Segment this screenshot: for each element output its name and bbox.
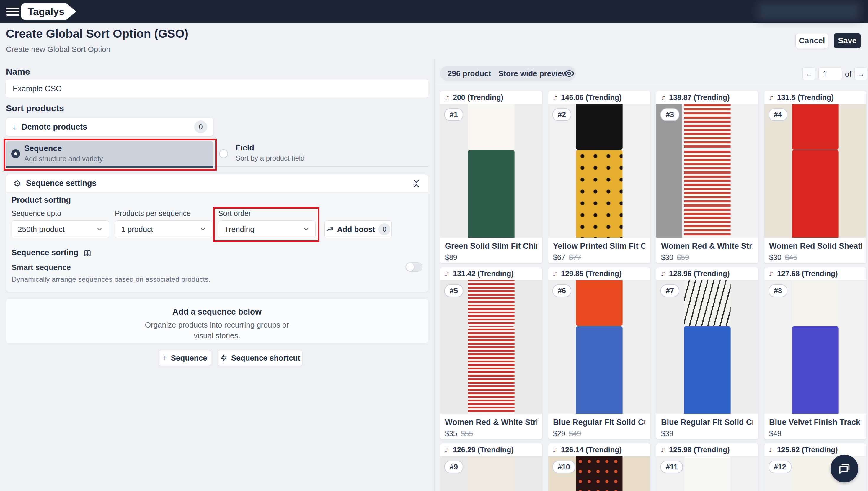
product-image: #2 [548,104,650,237]
product-sort-row: ↓↑ 125.62 (Trending) [764,443,866,457]
eye-preview-icon[interactable] [564,68,574,79]
garment-bottom [576,150,623,237]
product-card[interactable]: ↓↑ 129.85 (Trending) #6 Blue Regular Fit… [548,267,650,440]
products-per-sequence-value: 1 product [121,225,153,234]
product-rank-badge: #12 [768,461,791,473]
product-image: #7 [656,280,758,414]
sequence-upto-label: Sequence upto [11,209,61,218]
store-wide-preview-pill[interactable]: Store wide preview [491,66,576,81]
products-per-sequence-select[interactable]: 1 product [115,221,212,238]
add-sequence-empty-state: Add a sequence below Organize products i… [6,299,428,343]
product-card[interactable]: ↓↑ 131.42 (Trending) #5 Women Red & Whit… [440,267,542,440]
product-rank-badge: #1 [444,108,463,121]
garment-bottom [684,150,731,237]
garment-bottom [792,326,839,414]
product-title: Yellow Printed Slim Fit Cul... [553,242,645,251]
sort-arrows-icon: ↓↑ [768,446,772,454]
product-sort-row: ↓↑ 125.98 (Trending) [656,443,758,457]
product-card[interactable]: ↓↑ 125.98 (Trending) #11 [656,443,758,491]
product-old-price: $49 [569,429,581,438]
demote-arrow-icon: ↓ [12,122,16,132]
product-card[interactable]: ↓↑ 126.14 (Trending) #10 [548,443,650,491]
garment-top [684,280,731,326]
products-per-sequence-label: Products per sequence [115,209,191,218]
product-card[interactable]: ↓↑ 146.06 (Trending) #2 Yellow Printed S… [548,91,650,263]
tagalys-logo[interactable]: Tagalys [21,3,76,20]
product-rank-badge: #3 [661,108,679,121]
product-prices: $89 [445,253,537,262]
product-old-price: $50 [677,253,690,262]
product-info: Green Solid Slim Fit Chinos $89 [440,237,542,262]
tab-sequence[interactable]: Sequence Add structure and variety [6,141,214,167]
empty-state-description: Organize products into recurring groups … [134,320,300,341]
product-card[interactable]: ↓↑ 200 (Trending) #1 Green Solid Slim Fi… [440,91,542,263]
product-rank-badge: #4 [768,108,787,121]
field-tab-label: Field [235,143,254,152]
product-old-price: $77 [569,253,581,262]
field-radio-unselected[interactable] [219,149,228,158]
garment-top [468,280,514,326]
product-sort-value: 131.5 (Trending) [777,93,834,102]
product-sort-row: ↓↑ 129.85 (Trending) [548,267,650,280]
plus-icon: + [162,353,167,363]
cancel-button[interactable]: Cancel [795,33,829,49]
hamburger-menu-icon[interactable] [6,8,20,16]
tab-field[interactable]: Field Sort by a product field [219,142,343,167]
pagination-next-button[interactable]: → [855,67,867,80]
product-sort-row: ↓↑ 127.68 (Trending) [764,267,866,280]
product-title: Green Solid Slim Fit Chinos [445,242,537,251]
add-sequence-button[interactable]: + Sequence [159,350,211,366]
pagination-page-input[interactable] [818,67,842,80]
sequence-settings-title: Sequence settings [26,179,412,188]
sequence-shortcut-button[interactable]: Sequence shortcut [218,350,303,366]
product-card[interactable]: ↓↑ 138.87 (Trending) #3 Women Red & Whit… [656,91,758,263]
sequence-sorting-text: Sequence sorting [11,248,79,257]
gso-name-input[interactable] [6,79,428,98]
top-bar: Tagalys [0,0,868,23]
sort-arrows-icon: ↓↑ [552,270,556,278]
product-sort-row: ↓↑ 128.96 (Trending) [656,267,758,280]
sort-order-select[interactable]: Trending [218,221,316,238]
sequence-radio-selected[interactable] [11,149,20,158]
collapse-panel-icon[interactable] [412,179,421,188]
pagination-prev-button[interactable]: ← [803,67,815,80]
preview-toolbar: 296 products Store wide preview ← of 7 → [435,59,868,84]
sequence-upto-select[interactable]: 250th product [11,221,109,238]
product-figure [792,104,839,237]
sort-arrows-icon: ↓↑ [444,270,448,278]
product-card[interactable]: ↓↑ 127.68 (Trending) #8 Blue Velvet Fini… [764,267,867,440]
chat-support-button[interactable] [831,455,858,483]
smart-sequence-toggle[interactable] [405,262,422,272]
sort-arrows-icon: ↓↑ [444,93,448,102]
product-prices: $67 $77 [553,253,645,262]
product-sort-row: ↓↑ 131.5 (Trending) [764,91,866,104]
add-boost-button[interactable]: Add boost 0 [325,221,392,238]
product-sort-row: ↓↑ 200 (Trending) [440,91,542,104]
product-rank-badge: #2 [552,108,571,121]
garment-top [468,457,514,491]
book-icon[interactable] [83,249,91,257]
demote-products-accordion[interactable]: ↓ Demote products 0 [6,117,214,136]
product-rank-badge: #11 [661,461,683,473]
product-info: Yellow Printed Slim Fit Cul... $67 $77 [548,237,650,262]
garment-bottom [468,326,514,414]
product-info: Blue Velvet Finish Track P... $49 [764,414,866,438]
product-price: $35 [445,429,457,438]
empty-state-title: Add a sequence below [6,307,428,317]
product-figure [684,280,731,414]
toolbar-divider [435,84,868,84]
sequence-upto-value: 250th product [18,225,65,234]
demote-count-badge: 0 [194,120,207,134]
product-card[interactable]: ↓↑ 131.5 (Trending) #4 Women Red Solid S… [764,91,867,263]
product-card[interactable]: ↓↑ 126.29 (Trending) #9 [440,443,542,491]
product-image: #9 [440,457,542,491]
product-figure [576,280,623,414]
garment-top [792,104,839,150]
product-title: Blue Regular Fit Solid Crop... [661,418,753,427]
product-prices: $30 $45 [769,253,862,262]
sort-products-heading: Sort products [6,103,64,113]
save-button[interactable]: Save [834,33,861,49]
product-card[interactable]: ↓↑ 128.96 (Trending) #7 Blue Regular Fit… [656,267,758,440]
page-title: Create Global Sort Option (GSO) [6,27,188,40]
sort-arrows-icon: ↓↑ [768,270,772,278]
